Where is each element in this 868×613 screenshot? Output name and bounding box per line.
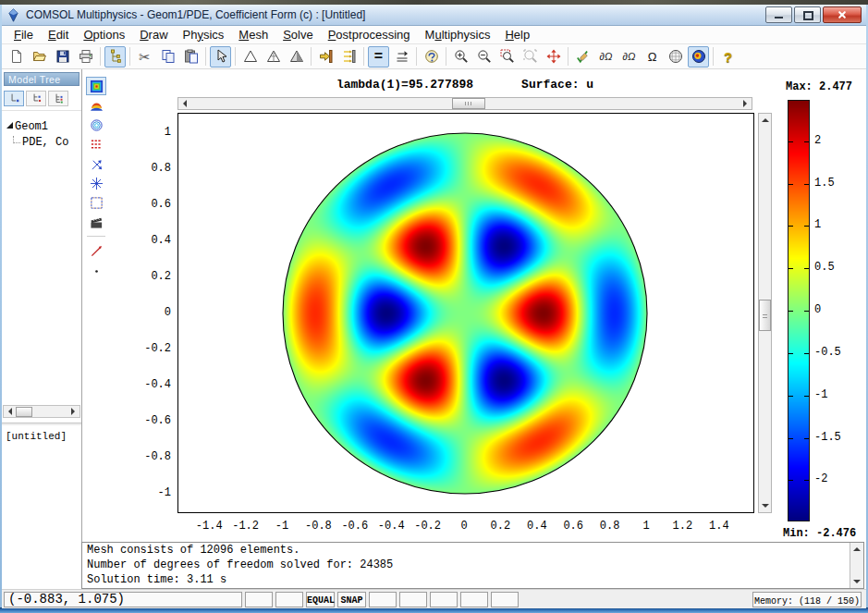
window-controls — [765, 6, 862, 23]
tree-item-label: Geom1 — [15, 120, 48, 133]
title-bar[interactable]: COMSOL Multiphysics - Geom1/PDE, Coeffic… — [2, 5, 866, 26]
postprocessing-mode-button[interactable] — [688, 46, 709, 67]
tree-item-geom1[interactable]: Geom1 — [5, 118, 79, 134]
scroll-left-button[interactable] — [178, 98, 190, 109]
right-arrow-icon — [71, 408, 79, 415]
new-file-button[interactable] — [6, 46, 27, 67]
model-tree-header: Model Tree — [4, 72, 79, 86]
close-button[interactable] — [823, 6, 862, 23]
tree-horizontal-scrollbar[interactable] — [3, 405, 80, 418]
animate-button[interactable] — [86, 213, 106, 231]
draw-triangle-button[interactable] — [239, 46, 261, 67]
copy-button[interactable] — [157, 46, 178, 67]
colorbar-panel: Max: 2.477 21.510.50-0.5-1-1.5-2 Min: -2… — [781, 69, 864, 542]
menu-solve[interactable]: Solve — [275, 26, 321, 44]
open-file-button[interactable] — [29, 46, 50, 67]
draw-mode-button[interactable] — [572, 46, 593, 67]
boundary-mode-button[interactable]: ∂Ω — [618, 46, 640, 67]
model-tree: Geom1PDE, Co — [2, 111, 81, 150]
y-tick-label: -0.8 — [132, 450, 171, 463]
tree-item-pde-co[interactable]: PDE, Co — [5, 134, 79, 150]
boundary-plot-button[interactable] — [86, 135, 106, 153]
status-cell — [491, 592, 519, 607]
zoom-in-button[interactable] — [450, 46, 471, 67]
log-line: Mesh consists of 12096 elements. — [87, 543, 393, 558]
scroll-down-button[interactable] — [850, 576, 863, 588]
point-mode-button[interactable]: ∂Ω — [595, 46, 617, 67]
right-arrow-icon — [743, 100, 751, 107]
cut-icon: ✂ — [139, 50, 151, 64]
solve-problem-button[interactable] — [421, 46, 442, 67]
draw-triangle-subdivided-button[interactable] — [263, 46, 284, 67]
subdomain-mode-button[interactable]: Ω — [642, 46, 663, 67]
help-button[interactable]: ? — [717, 46, 739, 67]
draw-triangle-shaded-button[interactable] — [286, 46, 307, 67]
cross-section-point-plot-button[interactable] — [86, 261, 106, 279]
geometry-edges-plot-button[interactable] — [86, 193, 106, 212]
minimize-button[interactable] — [765, 6, 792, 23]
y-tick-label: 0 — [132, 306, 171, 319]
colorbar-tick-label: 0.5 — [814, 261, 835, 274]
cross-section-line-plot-button[interactable] — [86, 241, 106, 260]
snap-toggle[interactable]: SNAP — [337, 592, 366, 607]
scroll-right-button[interactable] — [67, 406, 79, 417]
tree-view-full-button[interactable] — [48, 91, 68, 106]
tree-item-label: PDE, Co — [22, 136, 68, 149]
menu-postprocessing[interactable]: Postprocessing — [321, 26, 418, 44]
menu-draw[interactable]: Draw — [132, 26, 175, 44]
height-surface-plot-button[interactable] — [86, 96, 106, 115]
colorbar-tick-label: 1 — [814, 218, 821, 231]
print-button[interactable] — [75, 46, 96, 67]
point-mode-icon: ∂Ω — [600, 52, 613, 62]
zoom-out-button[interactable] — [473, 46, 495, 67]
zoom-window-button[interactable] — [496, 46, 518, 67]
status-cell — [430, 592, 458, 607]
colorbar-tick-label: -0.5 — [814, 346, 841, 359]
log-vertical-scrollbar[interactable] — [850, 543, 863, 588]
scroll-thumb[interactable] — [452, 98, 485, 109]
paste-button[interactable] — [180, 46, 202, 67]
y-tick-label: 0.4 — [132, 234, 171, 247]
maximize-button[interactable] — [794, 6, 821, 23]
menu-edit[interactable]: Edit — [41, 26, 76, 44]
menu-file[interactable]: File — [6, 26, 41, 44]
scroll-thumb[interactable] — [16, 407, 32, 417]
scroll-thumb[interactable] — [759, 300, 771, 331]
scroll-right-button[interactable] — [740, 98, 752, 109]
cut-button[interactable]: ✂ — [134, 46, 155, 67]
select-pointer-button[interactable] — [210, 46, 231, 67]
pan-button[interactable] — [543, 46, 564, 67]
arrow-plot-button[interactable] — [86, 154, 106, 173]
surface-plot-button[interactable] — [86, 77, 106, 95]
tree-view-plain-button[interactable] — [4, 91, 24, 106]
tree-view-detailed-button[interactable] — [26, 91, 46, 106]
principal-plot-button[interactable] — [86, 174, 106, 192]
menu-physics[interactable]: Physics — [176, 26, 232, 44]
scroll-up-button[interactable] — [850, 543, 863, 555]
surface-canvas[interactable] — [178, 114, 753, 512]
equal-scale-axes-button[interactable]: = — [368, 46, 389, 67]
menu-mesh[interactable]: Mesh — [231, 26, 275, 44]
equal-toggle[interactable]: EQUAL — [306, 592, 335, 607]
scroll-down-button[interactable] — [759, 500, 771, 512]
log-lines: Mesh consists of 12096 elements.Number o… — [87, 543, 393, 587]
mesh-mode-button[interactable] — [665, 46, 686, 67]
menu-multiphysics[interactable]: Multiphysics — [418, 26, 498, 44]
save-file-button[interactable] — [52, 46, 73, 67]
boundary-load-button[interactable] — [338, 46, 360, 67]
x-tick-label: 0.8 — [592, 520, 629, 533]
toolbar-separator — [363, 47, 364, 66]
plot-horizontal-scrollbar[interactable] — [177, 97, 752, 110]
menu-help[interactable]: Help — [497, 26, 537, 44]
point-constraint-button[interactable] — [315, 46, 336, 67]
menu-options[interactable]: Options — [76, 26, 132, 44]
plot-vertical-scrollbar[interactable] — [758, 113, 772, 513]
contour-plot-button[interactable] — [86, 116, 106, 134]
expander-icon[interactable] — [6, 122, 13, 129]
reset-axes-button[interactable] — [391, 46, 412, 67]
status-cell — [369, 592, 397, 607]
scroll-left-button[interactable] — [4, 406, 16, 417]
model-tree-toggle-button[interactable] — [104, 46, 126, 67]
scroll-up-button[interactable] — [759, 114, 771, 126]
main-toolbar: ✂=∂Ω∂ΩΩ? — [2, 44, 866, 69]
